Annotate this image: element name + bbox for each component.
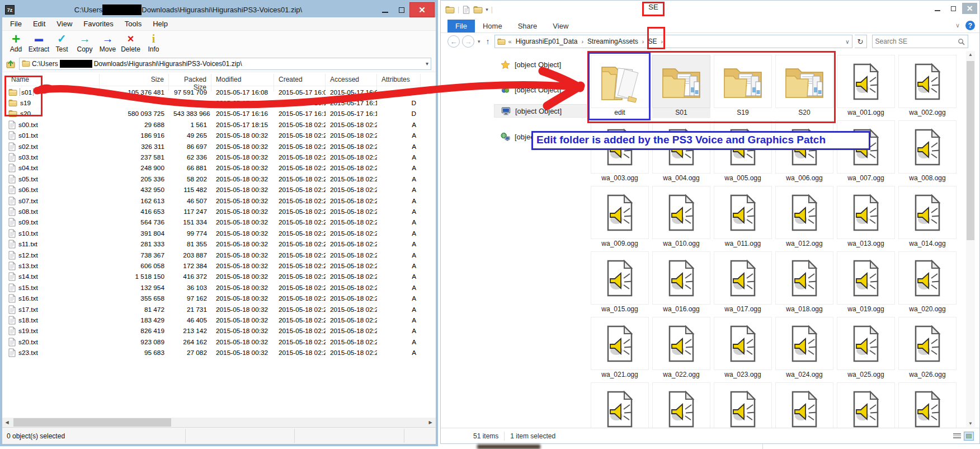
tab-view[interactable]: View bbox=[545, 20, 576, 32]
scrollbar-thumb[interactable] bbox=[13, 418, 171, 427]
file-tile[interactable]: wa_016.ogg bbox=[652, 251, 710, 315]
file-tile[interactable] bbox=[591, 382, 649, 428]
table-row[interactable]: s06.txt 432 950 115 482 2015-05-18 00:32… bbox=[7, 185, 421, 195]
vertical-scrollbar[interactable]: ▲ ▼ bbox=[966, 51, 975, 427]
menu-item[interactable]: View bbox=[51, 18, 78, 29]
toolbar-button[interactable]: i Info bbox=[143, 32, 164, 53]
table-row[interactable]: s05.txt 205 336 58 202 2015-05-18 00:32 … bbox=[7, 174, 421, 184]
table-row[interactable]: s03.txt 237 581 62 336 2015-05-18 00:32 … bbox=[7, 152, 421, 162]
file-tile[interactable] bbox=[714, 382, 772, 428]
table-row[interactable]: s04.txt 248 900 66 881 2015-05-18 00:32 … bbox=[7, 163, 421, 174]
table-row[interactable]: s08.txt 416 653 117 247 2015-05-18 00:32… bbox=[7, 206, 421, 217]
tab-file[interactable]: File bbox=[447, 20, 475, 32]
menu-item[interactable]: Tools bbox=[119, 18, 147, 29]
search-input[interactable] bbox=[875, 38, 954, 45]
chevron-down-icon[interactable]: ∨ bbox=[845, 39, 849, 45]
file-tile[interactable]: wa_018.ogg bbox=[775, 251, 833, 315]
close-button[interactable]: ✕ bbox=[962, 3, 977, 14]
file-tile[interactable]: wa_015.ogg bbox=[591, 251, 649, 315]
file-tile[interactable]: wa_024.ogg bbox=[775, 317, 833, 380]
sidebar-item[interactable]: [object Object] bbox=[494, 58, 587, 71]
file-tile[interactable] bbox=[652, 382, 710, 428]
properties-icon[interactable] bbox=[462, 6, 470, 14]
table-row[interactable]: s10.txt 391 804 99 774 2015-05-18 00:32 … bbox=[7, 228, 421, 238]
scroll-left-icon[interactable]: ◀ bbox=[2, 420, 12, 425]
minimize-button[interactable] bbox=[377, 2, 393, 17]
up-button[interactable]: ↑ bbox=[484, 37, 492, 46]
scroll-down-icon[interactable]: ▼ bbox=[966, 421, 975, 426]
explorer-titlebar[interactable]: | ▾ | SE ✕ bbox=[441, 1, 979, 18]
file-tile[interactable]: wa_006.ogg bbox=[775, 120, 833, 184]
toolbar-button[interactable]: ✓ Test bbox=[51, 32, 72, 53]
file-tile[interactable]: wa_023.ogg bbox=[714, 317, 772, 380]
table-row[interactable]: s20.txt 923 089 264 162 2015-05-18 00:32… bbox=[7, 336, 421, 347]
file-tile[interactable]: wa_009.ogg bbox=[591, 186, 649, 249]
table-row[interactable]: s14.txt 1 518 150 416 372 2015-05-18 00:… bbox=[7, 272, 421, 282]
table-row[interactable]: s15.txt 132 954 36 103 2015-05-18 00:32 … bbox=[7, 282, 421, 293]
breadcrumb-item[interactable]: StreamingAssets bbox=[586, 38, 639, 45]
table-row[interactable]: s00.txt 29 688 1 561 2015-05-17 18:15 20… bbox=[7, 119, 421, 130]
table-row[interactable]: s19 2015-05-17 16:15 2015-05-17 16:14 20… bbox=[7, 97, 421, 108]
menu-item[interactable]: Help bbox=[147, 18, 173, 29]
maximize-button[interactable] bbox=[393, 2, 409, 17]
file-tile[interactable]: wa_013.ogg bbox=[837, 186, 895, 249]
ribbon-collapse-icon[interactable]: ∨ bbox=[955, 22, 960, 29]
file-tile[interactable]: wa_005.ogg bbox=[714, 120, 772, 184]
chevron-down-icon[interactable]: ▾ bbox=[426, 60, 428, 67]
file-tile[interactable]: wa_011.ogg bbox=[714, 186, 772, 249]
table-row[interactable]: s23.txt 95 683 27 082 2015-05-18 00:32 2… bbox=[7, 347, 421, 358]
large-icons-view-icon[interactable] bbox=[964, 432, 974, 441]
sidebar-item[interactable]: [object Object] bbox=[494, 130, 587, 143]
table-row[interactable]: s13.txt 606 058 172 384 2015-05-18 00:32… bbox=[7, 260, 421, 271]
search-box[interactable] bbox=[872, 35, 968, 48]
file-tile[interactable]: wa_022.ogg bbox=[652, 317, 710, 380]
file-tile[interactable]: wa_002.ogg bbox=[898, 55, 957, 118]
file-tile[interactable]: edit bbox=[591, 55, 649, 118]
details-view-icon[interactable] bbox=[953, 432, 962, 440]
table-row[interactable]: s02.txt 326 311 86 697 2015-05-18 00:32 … bbox=[7, 141, 421, 152]
file-tile[interactable]: wa_004.ogg bbox=[652, 120, 710, 184]
maximize-button[interactable] bbox=[946, 3, 961, 14]
folder-icon[interactable] bbox=[445, 6, 455, 14]
file-tile[interactable]: wa_007.ogg bbox=[837, 120, 895, 184]
file-tile[interactable]: wa_017.ogg bbox=[714, 251, 772, 315]
file-tile[interactable] bbox=[837, 382, 895, 428]
file-tile[interactable]: wa_012.ogg bbox=[775, 186, 833, 249]
file-tile[interactable]: wa_010.ogg bbox=[652, 186, 710, 249]
file-tile[interactable]: wa_021.ogg bbox=[591, 317, 649, 380]
file-tile[interactable] bbox=[898, 382, 957, 428]
table-row[interactable]: s17.txt 81 472 21 731 2015-05-18 00:32 2… bbox=[7, 304, 421, 315]
chevron-down-icon[interactable]: ▾ bbox=[486, 7, 488, 12]
forward-button[interactable]: → bbox=[462, 35, 474, 48]
tab-home[interactable]: Home bbox=[475, 20, 510, 32]
table-row[interactable]: s01.txt 186 916 49 265 2015-05-18 00:32 … bbox=[7, 130, 421, 141]
toolbar-button[interactable]: → Move bbox=[97, 32, 118, 53]
table-row[interactable]: s19.txt 826 419 213 142 2015-05-18 00:32… bbox=[7, 326, 421, 336]
sevenzip-address-bar[interactable]: C:\UsersDownloads\Higurashi\HigurashiPS3… bbox=[19, 58, 431, 70]
file-tile[interactable]: S01 bbox=[652, 55, 710, 118]
file-tile[interactable]: wa_008.ogg bbox=[898, 120, 957, 184]
new-folder-icon[interactable] bbox=[473, 6, 483, 14]
scroll-up-icon[interactable]: ▲ bbox=[966, 52, 975, 57]
address-bar[interactable]: « HigurashiEp01_Data›StreamingAssets›SE›… bbox=[494, 35, 852, 48]
file-tile[interactable]: wa_014.ogg bbox=[898, 186, 957, 249]
file-tile[interactable]: S20 bbox=[775, 55, 833, 118]
table-row[interactable]: s07.txt 162 613 46 507 2015-05-18 00:32 … bbox=[7, 195, 421, 206]
table-row[interactable]: s01 105 376 481 97 591 709 2015-05-17 16… bbox=[7, 87, 421, 97]
table-row[interactable]: s12.txt 738 367 203 887 2015-05-18 00:32… bbox=[7, 250, 421, 260]
toolbar-button[interactable]: → Copy bbox=[74, 32, 95, 53]
refresh-button[interactable]: ↻ bbox=[855, 35, 867, 48]
back-button[interactable]: ← bbox=[447, 35, 460, 48]
file-tile[interactable]: S19 bbox=[714, 55, 772, 118]
search-icon[interactable] bbox=[958, 38, 965, 45]
file-tile[interactable]: wa_019.ogg bbox=[837, 251, 895, 315]
scroll-right-icon[interactable]: ▶ bbox=[426, 420, 435, 425]
tab-share[interactable]: Share bbox=[510, 20, 545, 32]
file-tile[interactable]: wa_001.ogg bbox=[837, 55, 895, 118]
recent-locations-icon[interactable]: ▾ bbox=[477, 39, 482, 44]
file-tile[interactable]: wa_025.ogg bbox=[837, 317, 895, 380]
table-row[interactable]: s11.txt 281 333 81 355 2015-05-18 00:32 … bbox=[7, 238, 421, 249]
sidebar-item[interactable]: [object Object] bbox=[494, 104, 587, 118]
sevenzip-titlebar[interactable]: 7z C:\UsersDownloads\Higurashi\Higurashi… bbox=[2, 2, 436, 17]
sidebar-item[interactable]: [object Object] bbox=[494, 83, 587, 96]
